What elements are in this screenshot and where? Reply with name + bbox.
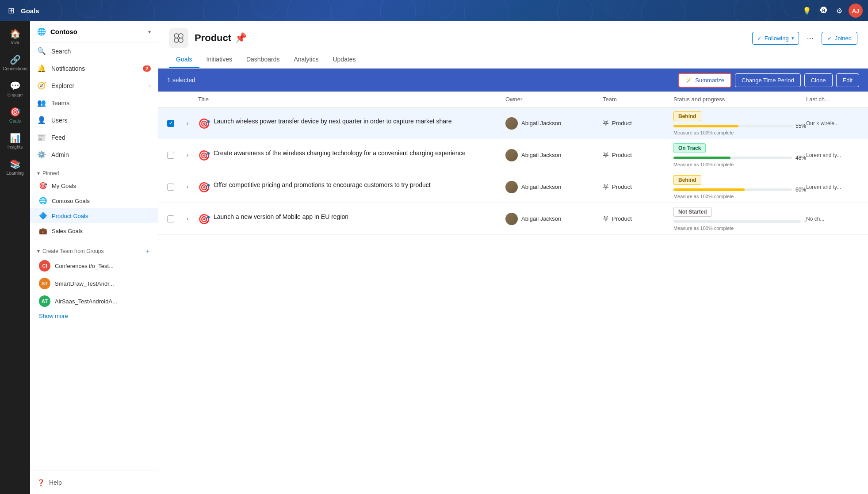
rail-item-viva[interactable]: 🏠 Viva — [2, 25, 28, 49]
row2-progress-bar — [673, 157, 792, 159]
row1-checkbox-cell[interactable]: ✓ — [167, 120, 185, 127]
sidebar-item-feed[interactable]: 📰 Feed — [30, 129, 158, 146]
table-row: ✓ › 🎯 Launch wireless power transfer dev… — [158, 107, 868, 139]
page-tabs: Goals Initiatives Dashboards Analytics U… — [169, 51, 857, 68]
row3-goal-icon: 🎯 — [198, 182, 210, 193]
group-smartdraw[interactable]: ST SmartDraw_TestAndr... — [30, 275, 158, 292]
help-item[interactable]: ❓ Help — [37, 476, 151, 489]
engage-icon: 💬 — [10, 80, 21, 91]
tab-analytics[interactable]: Analytics — [287, 51, 325, 68]
row4-checkbox-cell[interactable] — [167, 215, 185, 222]
tab-dashboards[interactable]: Dashboards — [239, 51, 287, 68]
svg-point-3 — [179, 38, 183, 42]
row4-expand[interactable]: › — [185, 214, 198, 224]
tab-updates[interactable]: Updates — [325, 51, 363, 68]
page-title: Product 📌 — [195, 32, 247, 44]
sales-goals-icon: 💼 — [39, 227, 47, 235]
following-button[interactable]: ✓ Following ▾ — [752, 32, 799, 45]
create-team-section-label: ▾ Create Team from Groups ＋ — [37, 247, 151, 255]
pinned-product-goals[interactable]: 🔷 Product Goals — [30, 208, 158, 223]
row3-checkbox[interactable] — [167, 184, 174, 191]
edit-button[interactable]: Edit — [836, 73, 859, 87]
pinned-sales-goals[interactable]: 💼 Sales Goals — [30, 223, 158, 238]
rail-item-insights[interactable]: 📊 Insights — [2, 129, 28, 153]
more-options-button[interactable]: ··· — [803, 31, 818, 46]
row3-expand[interactable]: › — [185, 182, 198, 192]
row4-owner-avatar — [505, 213, 518, 225]
col-title: Title — [198, 96, 505, 103]
row3-last-cell: Lorem and ty... — [806, 184, 859, 190]
explorer-chevron-icon: › — [149, 83, 151, 89]
sidebar-label-notifications: Notifications — [51, 65, 143, 72]
sidebar-item-admin[interactable]: ⚙️ Admin — [30, 146, 158, 163]
row3-team-name: Product — [612, 184, 632, 190]
row2-checkbox-cell[interactable] — [167, 152, 185, 159]
row1-owner-avatar — [505, 117, 518, 130]
following-chevron-icon: ▾ — [792, 35, 794, 41]
row2-checkbox[interactable] — [167, 152, 174, 159]
settings-icon[interactable]: ⚙ — [834, 5, 845, 17]
row4-owner-cell: Abigail Jackson — [505, 213, 603, 225]
svg-point-1 — [179, 34, 183, 38]
group-conferences[interactable]: CI Conferences i/o_Test... — [30, 257, 158, 275]
sidebar-item-search[interactable]: 🔍 Search — [30, 42, 158, 60]
group-airsaas[interactable]: AT AirSaas_TestAndroidA... — [30, 292, 158, 310]
account-icon[interactable]: 🅐 — [818, 5, 830, 16]
col-status: Status and progress — [673, 96, 806, 103]
summarize-button[interactable]: 🪄 Summarize — [678, 73, 731, 88]
row3-progress-bar — [673, 188, 792, 191]
row3-checkbox-cell[interactable] — [167, 184, 185, 191]
pinned-chevron-icon: ▾ — [37, 170, 40, 176]
row2-progress-pct: 48% — [795, 155, 806, 161]
row1-title-cell: 🎯 Launch wireless power transfer device … — [198, 113, 505, 134]
clone-button[interactable]: Clone — [804, 73, 833, 87]
row1-progress-fill — [673, 125, 738, 127]
row1-expand[interactable]: › — [185, 119, 198, 128]
rail-item-goals[interactable]: 🎯 Goals — [2, 103, 28, 127]
col-last-ch: Last ch... — [806, 96, 859, 103]
rail-label-insights: Insights — [8, 145, 23, 150]
rail-label-engage: Engage — [8, 92, 23, 98]
table-header: Title Owner Team Status and progress Las… — [158, 92, 868, 107]
sidebar: 🌐 Contoso ▾ 🔍 Search 🔔 Notifications 2 🧭… — [30, 21, 158, 494]
sidebar-item-teams[interactable]: 👥 Teams — [30, 94, 158, 111]
row2-expand[interactable]: › — [185, 150, 198, 160]
col-checkbox — [167, 96, 185, 103]
pinned-my-goals[interactable]: 🎯 My Goals — [30, 178, 158, 193]
pin-icon: 📌 — [235, 32, 247, 44]
lightbulb-icon[interactable]: 💡 — [800, 5, 814, 17]
connections-icon: 🔗 — [10, 54, 21, 65]
pinned-contoso-goals[interactable]: 🌐 Contoso Goals — [30, 193, 158, 208]
row1-checkbox[interactable]: ✓ — [167, 120, 174, 127]
admin-icon: ⚙️ — [37, 150, 46, 159]
rail-item-connections[interactable]: 🔗 Connections — [2, 51, 28, 75]
rail-label-learning: Learning — [7, 171, 24, 176]
rail-item-engage[interactable]: 💬 Engage — [2, 77, 28, 101]
sidebar-label-explorer: Explorer — [51, 82, 149, 89]
grid-icon[interactable]: ⊞ — [5, 3, 17, 18]
show-more-link[interactable]: Show more — [30, 310, 158, 322]
row1-last-cell: Our k wirele... — [806, 120, 859, 126]
sidebar-item-users[interactable]: 👤 Users — [30, 111, 158, 129]
product-goals-icon: 🔷 — [39, 212, 47, 220]
search-icon: 🔍 — [37, 47, 46, 55]
change-time-period-button[interactable]: Change Time Period — [735, 73, 801, 87]
row4-checkbox[interactable] — [167, 215, 174, 222]
rail-item-learning[interactable]: 📚 Learning — [2, 155, 28, 180]
create-team-chevron-icon: ▾ — [37, 248, 40, 254]
joined-button[interactable]: ✓ Joined — [822, 32, 857, 45]
tab-goals[interactable]: Goals — [169, 51, 199, 68]
add-team-icon[interactable]: ＋ — [145, 247, 151, 255]
sidebar-item-explorer[interactable]: 🧭 Explorer › — [30, 77, 158, 94]
row1-team-name: Product — [612, 120, 632, 126]
row2-team-cell: ⛧ Product — [603, 151, 673, 159]
workspace-header[interactable]: 🌐 Contoso ▾ — [30, 21, 158, 42]
joined-check-icon: ✓ — [827, 35, 832, 42]
content-area: Product 📌 ✓ Following ▾ ··· ✓ Joined — [158, 21, 868, 494]
selection-count: 1 selected — [167, 77, 678, 84]
row3-progress-pct: 60% — [795, 187, 806, 193]
sidebar-item-notifications[interactable]: 🔔 Notifications 2 — [30, 60, 158, 77]
user-avatar[interactable]: AJ — [849, 4, 863, 18]
tab-initiatives[interactable]: Initiatives — [199, 51, 239, 68]
col-owner: Owner — [505, 96, 603, 103]
